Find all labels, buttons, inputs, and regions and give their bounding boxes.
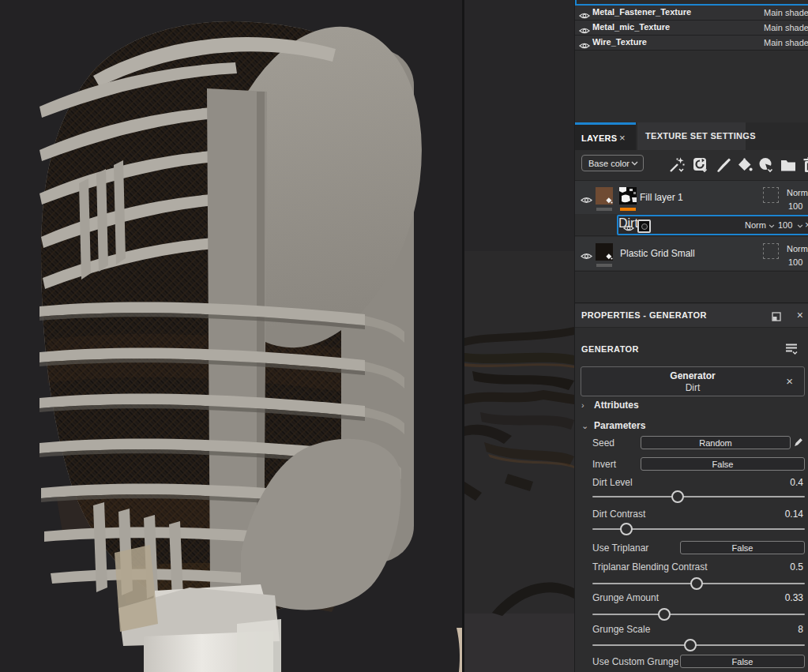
use-custom-grunge-toggle-button[interactable]: False <box>680 655 805 668</box>
texture-set-shader: Main shade <box>764 23 808 32</box>
blend-mode-dropdown[interactable]: Norm <box>787 188 808 197</box>
smart-mask-wand-icon[interactable] <box>668 156 686 174</box>
tab-layers[interactable]: LAYERS × <box>575 122 636 150</box>
mask-preview <box>619 187 637 205</box>
chevron-down-icon <box>797 224 803 228</box>
blend-mode-dropdown[interactable]: Norm <box>745 220 766 230</box>
pencil-icon[interactable] <box>793 437 804 451</box>
blend-preview-box[interactable] <box>763 187 779 203</box>
layer-name: Fill layer 1 <box>640 192 683 203</box>
grunge-scale-slider[interactable] <box>592 640 805 651</box>
opacity-dropdown[interactable]: 100 <box>788 201 802 211</box>
slider-handle[interactable] <box>684 639 697 651</box>
add-effect-icon[interactable] <box>692 156 709 174</box>
eye-icon[interactable] <box>581 250 592 264</box>
fill-color-thumbnail[interactable] <box>596 187 613 205</box>
generator-effect-icon <box>637 220 651 233</box>
viewport-2d[interactable] <box>464 0 574 672</box>
texture-set-row[interactable]: Wire_Texture Main shade <box>575 36 808 51</box>
3d-viewport-microphone <box>0 0 462 672</box>
parameters-label: Parameters <box>594 420 645 431</box>
clear-generator-icon[interactable]: × <box>786 374 793 388</box>
generator-slot-label: Generator <box>581 370 804 381</box>
chevron-down-icon <box>769 224 775 228</box>
texture-set-name: Metal_Fastener_Texture <box>592 7 691 17</box>
attributes-fold[interactable]: ›Attributes <box>581 400 639 411</box>
layer-name: Plastic Grid Small <box>620 248 695 259</box>
texture-set-row[interactable]: Metal_mic_Texture Main shade <box>575 21 808 36</box>
menu-options-icon[interactable] <box>784 343 799 359</box>
float-window-icon[interactable] <box>772 310 781 325</box>
texture-set-row-selected-partial[interactable] <box>575 0 808 6</box>
invert-toggle-button[interactable]: False <box>641 457 805 471</box>
tab-close-icon[interactable]: × <box>619 132 626 144</box>
param-label-seed: Seed <box>592 437 614 449</box>
fill-color-thumbnail[interactable] <box>596 243 613 261</box>
dirt-contrast-slider[interactable] <box>592 524 805 535</box>
slider-track[interactable] <box>592 496 805 497</box>
channel-selector-dropdown[interactable]: Base color <box>581 155 644 171</box>
smart-material-icon[interactable] <box>757 156 775 174</box>
param-value-triplanar-blending-contrast: 0.5 <box>790 561 803 573</box>
folder-icon[interactable] <box>780 156 797 174</box>
layer-row-plastic[interactable]: Plastic Grid Small Norm 100 <box>575 237 808 270</box>
param-label-triplanar-blending-contrast: Triplanar Blending Contrast <box>592 561 708 573</box>
param-label-invert: Invert <box>592 459 616 470</box>
chevron-right-icon: › <box>581 400 594 410</box>
use-triplanar-toggle-button[interactable]: False <box>680 541 805 554</box>
paint-brush-icon[interactable] <box>715 156 732 174</box>
mask-indicator-bar <box>620 208 636 211</box>
texture-set-row[interactable]: Metal_Fastener_Texture Main shade <box>575 6 808 21</box>
blend-preview-box[interactable] <box>763 243 779 259</box>
remove-effect-icon[interactable]: × <box>805 219 808 231</box>
slider-track[interactable] <box>592 614 805 615</box>
texture-set-shader: Main shade <box>764 38 808 47</box>
chevron-down-icon <box>631 161 638 166</box>
generator-slot[interactable]: Generator Dirt × <box>581 366 805 396</box>
slider-handle[interactable] <box>620 523 633 535</box>
layer-effect-row-dirt[interactable]: Dirt Norm 100 × <box>617 215 808 235</box>
chevron-down-icon: ⌄ <box>581 421 594 431</box>
panel-tabbar: LAYERS × TEXTURE SET SETTINGS <box>575 122 808 150</box>
trash-icon[interactable] <box>802 156 808 174</box>
layers-toolbar: Base color <box>575 150 808 180</box>
param-label-dirt-contrast: Dirt Contrast <box>592 509 645 520</box>
slider-track[interactable] <box>592 644 805 646</box>
slider-handle[interactable] <box>658 608 671 621</box>
texture-set-name: Wire_Texture <box>592 37 647 47</box>
param-value-grunge-amount: 0.33 <box>785 592 803 603</box>
properties-header: PROPERTIES - GENERATOR × <box>575 304 808 328</box>
seed-random-button[interactable]: Random <box>641 436 791 449</box>
divider <box>575 235 808 236</box>
attributes-label: Attributes <box>594 400 639 411</box>
eye-icon[interactable] <box>579 39 590 53</box>
eye-icon[interactable] <box>623 221 634 235</box>
properties-panel: PROPERTIES - GENERATOR × GENERATOR Gener… <box>575 302 808 672</box>
triplanar-blending-contrast-slider[interactable] <box>592 578 805 589</box>
right-panel: Metal_Fastener_Texture Main shade Metal_… <box>574 0 808 672</box>
slider-handle[interactable] <box>671 490 684 503</box>
close-icon[interactable]: × <box>797 309 803 321</box>
dirt-level-slider[interactable] <box>592 491 805 502</box>
layer-row-fill[interactable]: Fill layer 1 Norm 100 <box>575 181 808 214</box>
generator-section-title: GENERATOR <box>581 344 639 354</box>
grunge-amount-slider[interactable] <box>592 609 805 620</box>
channel-selector-label: Base color <box>588 159 629 168</box>
opacity-dropdown[interactable]: 100 <box>778 220 792 230</box>
tab-texture-set-settings[interactable]: TEXTURE SET SETTINGS <box>637 122 746 150</box>
mask-thumbnail[interactable] <box>619 187 637 205</box>
fill-bucket-icon[interactable] <box>736 156 754 174</box>
param-value-dirt-level: 0.4 <box>790 477 803 488</box>
viewport-3d[interactable] <box>0 0 462 672</box>
substance-painter-window: Metal_Fastener_Texture Main shade Metal_… <box>0 0 808 672</box>
opacity-dropdown[interactable]: 100 <box>788 257 802 267</box>
eye-icon[interactable] <box>581 193 592 208</box>
tab-layers-label: LAYERS <box>581 133 617 143</box>
blend-mode-dropdown[interactable]: Norm <box>787 244 808 253</box>
slider-handle[interactable] <box>690 577 703 590</box>
param-label-use-triplanar: Use Triplanar <box>592 542 648 554</box>
generator-slot-value: Dirt <box>581 382 804 393</box>
parameters-fold[interactable]: ⌄Parameters <box>581 420 645 431</box>
texture-set-shader: Main shade <box>764 8 808 17</box>
tab-tss-label: TEXTURE SET SETTINGS <box>645 131 756 141</box>
